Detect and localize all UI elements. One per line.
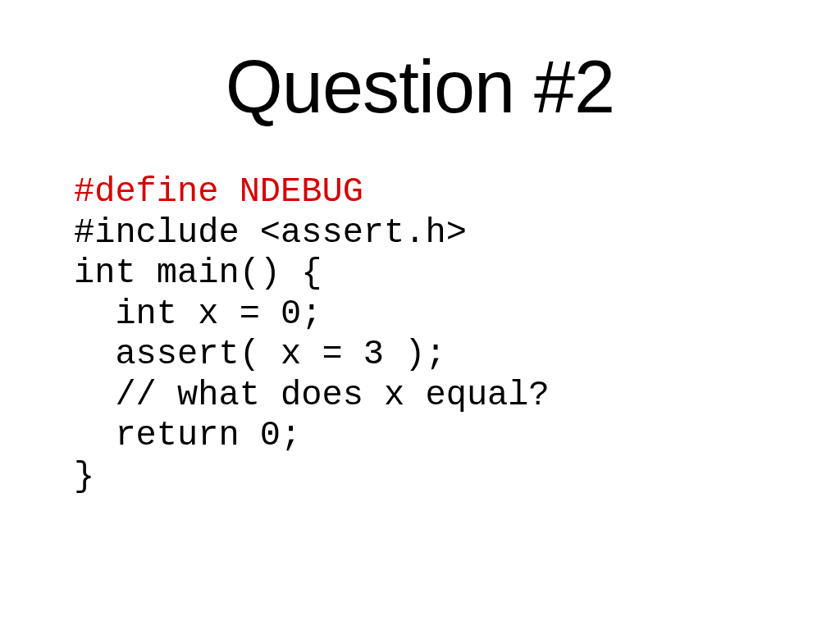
code-line-1: #define NDEBUG [74, 172, 363, 212]
code-line-4: int x = 0; [74, 294, 322, 334]
code-line-3: int main() { [74, 253, 322, 293]
slide: Question #2 #define NDEBUG #include <ass… [0, 0, 840, 630]
code-line-8: } [74, 457, 94, 496]
code-block: #define NDEBUG #include <assert.h> int m… [74, 172, 550, 497]
code-line-6: // what does x equal? [74, 376, 550, 415]
code-line-2: #include <assert.h> [74, 213, 467, 253]
slide-title: Question #2 [0, 45, 840, 130]
code-line-7: return 0; [74, 416, 301, 455]
code-line-5: assert( x = 3 ); [74, 335, 446, 374]
